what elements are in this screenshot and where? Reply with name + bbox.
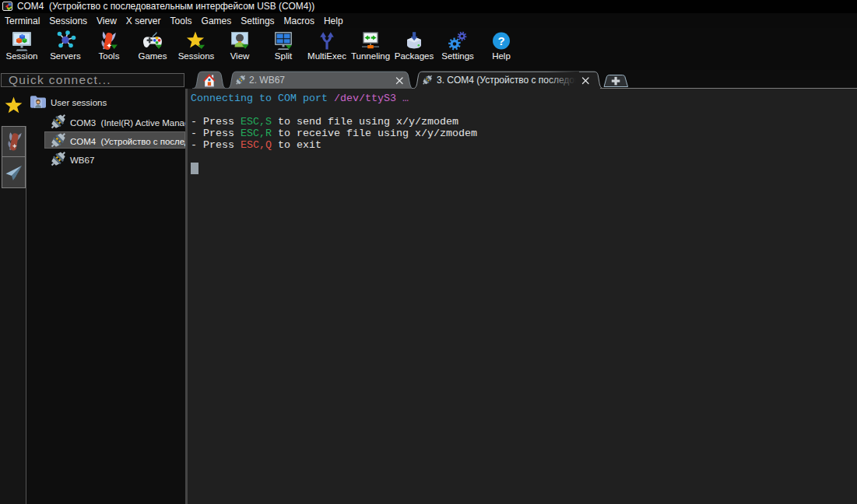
svg-text:?: ? <box>497 34 504 47</box>
